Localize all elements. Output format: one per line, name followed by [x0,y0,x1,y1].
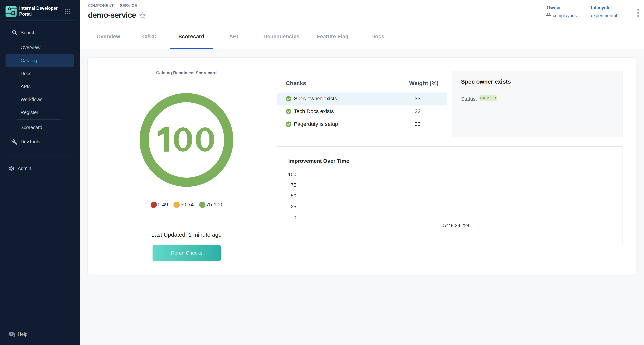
svg-text:?: ? [10,332,12,336]
